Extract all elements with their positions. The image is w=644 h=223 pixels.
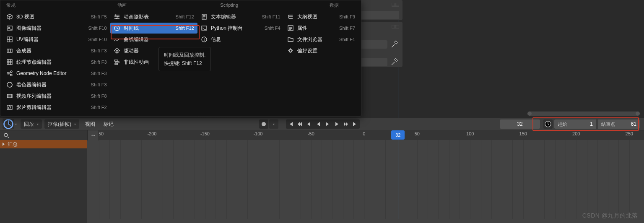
preferences-icon — [287, 47, 294, 54]
ruler-tick: -200 — [147, 131, 156, 136]
menu-item[interactable]: 曲线编辑器 — [110, 34, 197, 45]
menu-item-label: 属性 — [297, 25, 336, 32]
menu-item[interactable]: 文件浏览器 Shift F1 — [284, 34, 358, 45]
svg-point-16 — [116, 50, 117, 52]
channel-search-input[interactable] — [10, 132, 85, 138]
menu-item-label: 3D 视图 — [16, 13, 88, 21]
properties-icon — [287, 25, 294, 31]
menu-item-label: Geometry Node Editor — [16, 70, 88, 76]
menu-item-label: 纹理节点编辑器 — [16, 59, 88, 66]
menu-item[interactable]: 合成器 Shift F3 — [3, 45, 110, 56]
menu-header-general: 常规 — [5, 2, 26, 8]
tooltip-line: 时间线及回放控制. — [164, 51, 205, 59]
menu-item[interactable]: 纹理节点编辑器 Shift F3 — [3, 57, 110, 67]
menu-item[interactable]: 属性 Shift F7 — [284, 23, 358, 34]
menu-item[interactable]: 信息 — [197, 34, 284, 45]
dopesheet-icon — [114, 13, 120, 20]
svg-rect-19 — [115, 63, 118, 65]
uv-editor-icon — [6, 36, 13, 43]
jump-start-button[interactable] — [286, 120, 295, 128]
menu-item[interactable]: 文本编辑器 Shift F11 — [197, 11, 284, 22]
marker-menu[interactable]: 标记 — [100, 119, 117, 129]
geonodes-icon — [6, 70, 13, 77]
timeline-icon — [114, 25, 120, 31]
menu-item-shortcut: Shift F4 — [265, 26, 280, 31]
menu-item-shortcut: Shift F2 — [91, 105, 107, 110]
grip-icon[interactable] — [392, 25, 399, 29]
ruler-tick: -100 — [253, 131, 262, 136]
menu-item[interactable]: 动画摄影表 Shift F12 — [110, 11, 197, 22]
menu-item-shortcut: Shift F3 — [91, 60, 107, 65]
auto-key-toggle[interactable] — [259, 119, 268, 129]
frame-start-field[interactable]: 起始1 — [554, 119, 596, 129]
menu-item[interactable]: 大纲视图 Shift F9 — [284, 11, 358, 22]
search-icon — [3, 132, 10, 139]
eyedropper-icon[interactable] — [390, 57, 399, 67]
viewport-3d-icon — [6, 13, 13, 20]
watermark: CSDN @九月的北落 — [582, 212, 638, 220]
nla-icon — [114, 59, 120, 65]
region-resize-handle[interactable]: ↔ — [87, 130, 99, 140]
menu-item[interactable]: 时间线 Shift F12 — [110, 23, 197, 34]
graph-editor-icon — [114, 36, 120, 43]
disclosure-icon[interactable] — [3, 143, 5, 146]
menu-item-shortcut: Shift F3 — [91, 82, 107, 87]
menu-item-label: 信息 — [211, 36, 277, 43]
playback-menu[interactable]: 回放▾ — [21, 119, 42, 129]
current-frame-field[interactable]: 32 — [500, 119, 540, 129]
keying-menu[interactable]: 抠像(插帧)▾ — [44, 119, 79, 129]
ruler-tick: 250 — [626, 131, 633, 136]
drivers-icon — [114, 47, 120, 54]
ruler-tick: -150 — [200, 131, 210, 136]
auto-key-mode[interactable]: ▾ — [269, 119, 278, 129]
image-editor-icon — [6, 25, 13, 31]
menu-item[interactable]: 影片剪辑编辑器 Shift F2 — [3, 102, 110, 113]
shader-editor-icon — [6, 81, 13, 88]
svg-point-5 — [7, 73, 9, 74]
menu-item[interactable]: 视频序列编辑器 Shift F8 — [3, 91, 110, 101]
menu-item-shortcut: Shift F11 — [262, 14, 280, 19]
menu-item[interactable]: Python 控制台 Shift F4 — [197, 23, 284, 34]
ruler-tick: 0 — [363, 131, 365, 136]
transport-controls — [286, 119, 360, 129]
menu-item-shortcut: Shift F5 — [91, 14, 107, 19]
menu-item[interactable]: Geometry Node Editor Shift F3 — [3, 68, 110, 79]
menu-item-label: 文件浏览器 — [297, 36, 336, 43]
menu-item[interactable]: 图像编辑器 Shift F10 — [3, 23, 110, 34]
menu-item-label: 合成器 — [16, 47, 88, 54]
prev-frame-button[interactable] — [305, 120, 313, 128]
timeline-ruler[interactable]: -250-200-150-100-5005010015020025032 — [99, 130, 640, 140]
viewport-hscroll[interactable] — [527, 112, 640, 116]
use-preview-range-toggle[interactable] — [543, 119, 553, 129]
summary-row[interactable]: 汇总 — [0, 140, 87, 148]
menu-item[interactable]: 着色器编辑器 Shift F3 — [3, 79, 110, 90]
svg-point-27 — [4, 133, 8, 137]
svg-rect-17 — [114, 60, 118, 61]
play-reverse-button[interactable] — [314, 120, 322, 128]
menu-item-label: 动画摄影表 — [124, 13, 172, 21]
menu-item[interactable]: UV编辑器 Shift F10 — [3, 34, 110, 45]
play-button[interactable] — [323, 120, 332, 128]
grip-icon[interactable] — [392, 3, 399, 7]
editor-type-button[interactable] — [3, 119, 14, 129]
frame-end-field[interactable]: 结束点61 — [598, 119, 640, 129]
jump-next-key-button[interactable] — [342, 120, 350, 128]
menu-item-shortcut: Shift F10 — [88, 37, 107, 42]
menu-item[interactable]: 3D 视图 Shift F5 — [3, 11, 110, 22]
next-frame-button[interactable] — [332, 120, 341, 128]
menu-item-label: 偏好设置 — [297, 47, 352, 54]
playhead[interactable] — [398, 140, 398, 219]
jump-end-button[interactable] — [351, 120, 359, 128]
timeline-grid[interactable] — [99, 140, 640, 219]
vse-icon — [6, 93, 13, 99]
info-icon — [201, 36, 208, 43]
menu-item-shortcut: Shift F10 — [88, 26, 107, 31]
jump-prev-key-button[interactable] — [296, 120, 304, 128]
menu-item-label: UV编辑器 — [16, 36, 85, 43]
menu-item-label: 着色器编辑器 — [16, 81, 88, 88]
view-menu[interactable]: 视图 — [82, 119, 99, 129]
menu-item[interactable]: 偏好设置 — [284, 45, 358, 56]
playhead-frame-badge[interactable]: 32 — [391, 130, 405, 140]
file-browser-icon — [287, 36, 294, 43]
eyedropper-icon[interactable] — [390, 40, 399, 49]
